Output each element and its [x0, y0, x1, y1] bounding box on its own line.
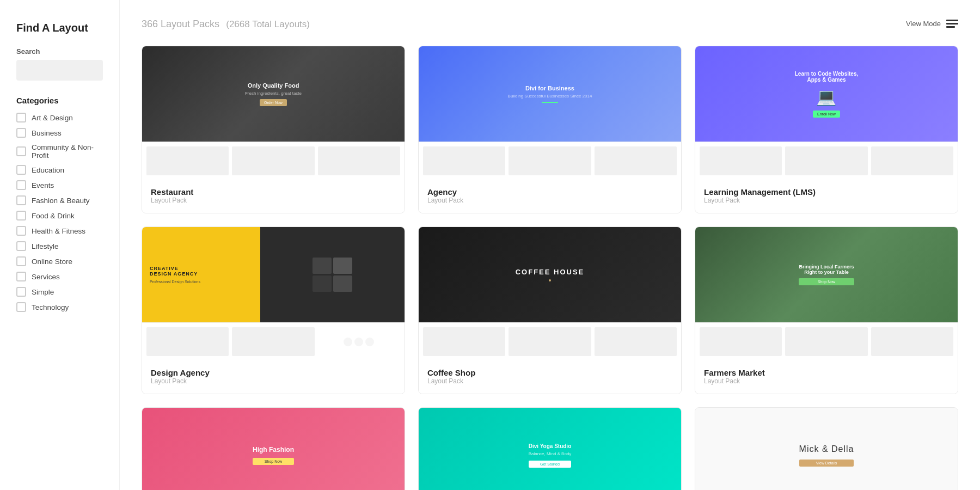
category-lifestyle[interactable]: Lifestyle	[16, 241, 103, 251]
category-art-design[interactable]: Art & Design	[16, 113, 103, 122]
category-events[interactable]: Events	[16, 180, 103, 190]
card-screenshot-strip-coffee-shop	[419, 322, 681, 360]
card-high-fashion[interactable]: High Fashion Shop Now High Fashion Layou…	[142, 407, 405, 490]
card-preview-design-agency: CreativeDesign Agency Professional Desig…	[142, 227, 405, 322]
card-name-design-agency: Design Agency	[151, 368, 396, 377]
category-food[interactable]: Food & Drink	[16, 211, 103, 220]
card-preview-restaurant: Only Quality Food Fresh ingredients, gre…	[142, 46, 405, 142]
layout-grid: Only Quality Food Fresh ingredients, gre…	[142, 46, 958, 490]
category-services[interactable]: Services	[16, 272, 103, 281]
category-health[interactable]: Health & Fitness	[16, 226, 103, 236]
category-technology[interactable]: Technology	[16, 302, 103, 312]
card-farmers-market[interactable]: Bringing Local FarmersRight to your Tabl…	[695, 226, 958, 394]
category-label-fashion: Fashion & Beauty	[32, 197, 90, 205]
category-checkbox-events[interactable]	[16, 180, 26, 190]
category-label-art-design: Art & Design	[32, 114, 73, 122]
search-input[interactable]	[16, 60, 103, 81]
card-info-restaurant: Restaurant Layout Pack	[142, 180, 405, 213]
category-checkbox-business[interactable]	[16, 128, 26, 138]
card-screenshot-strip-agency	[419, 142, 681, 180]
category-checkbox-technology[interactable]	[16, 302, 26, 312]
card-screenshot-strip-design-agency	[142, 322, 405, 360]
card-preview-coffee-shop: COFFEE HOUSE	[419, 227, 681, 322]
card-name-agency: Agency	[427, 187, 672, 197]
card-preview-high-fashion: High Fashion Shop Now	[142, 408, 405, 490]
category-simple[interactable]: Simple	[16, 287, 103, 297]
card-yoga-studio[interactable]: Divi Yoga Studio Balance, Mind & Body Ge…	[418, 407, 682, 490]
card-sub-lms: Layout Pack	[704, 197, 949, 204]
category-label-lifestyle: Lifestyle	[32, 242, 59, 250]
card-preview-mick-della: Mick & Della View Details	[695, 408, 958, 490]
view-mode-label: View Mode	[906, 20, 941, 28]
view-mode-area[interactable]: View Mode	[906, 19, 958, 28]
card-info-coffee-shop: Coffee Shop Layout Pack	[419, 360, 681, 394]
category-label-business: Business	[32, 129, 62, 137]
category-label-community: Community & Non-Profit	[32, 143, 103, 160]
card-screenshot-strip-restaurant	[142, 142, 405, 180]
layouts-count: (2668 Total Layouts)	[226, 19, 310, 29]
card-info-farmers-market: Farmers Market Layout Pack	[695, 360, 958, 394]
category-checkbox-online-store[interactable]	[16, 256, 26, 266]
main-header: 366 Layout Packs (2668 Total Layouts) Vi…	[142, 16, 958, 30]
category-label-online-store: Online Store	[32, 258, 72, 266]
search-label: Search	[16, 47, 103, 56]
card-info-design-agency: Design Agency Layout Pack	[142, 360, 405, 394]
category-checkbox-services[interactable]	[16, 272, 26, 281]
category-fashion[interactable]: Fashion & Beauty	[16, 195, 103, 205]
card-sub-design-agency: Layout Pack	[151, 377, 396, 385]
main-title: 366 Layout Packs (2668 Total Layouts)	[142, 16, 310, 30]
card-sub-restaurant: Layout Pack	[151, 197, 396, 204]
category-checkbox-community[interactable]	[16, 146, 26, 156]
card-sub-agency: Layout Pack	[427, 197, 672, 204]
category-label-health: Health & Fitness	[32, 227, 85, 235]
card-name-coffee-shop: Coffee Shop	[427, 368, 672, 377]
card-restaurant[interactable]: Only Quality Food Fresh ingredients, gre…	[142, 46, 405, 213]
category-label-food: Food & Drink	[32, 212, 75, 220]
card-preview-agency: Divi for Business Building Successful Bu…	[419, 46, 681, 142]
card-screenshot-strip-farmers-market	[695, 322, 958, 360]
main-content: 366 Layout Packs (2668 Total Layouts) Vi…	[120, 0, 980, 490]
category-checkbox-art-design[interactable]	[16, 113, 26, 122]
packs-count: 366 Layout Packs	[142, 19, 219, 29]
card-name-restaurant: Restaurant	[151, 187, 396, 197]
card-sub-farmers-market: Layout Pack	[704, 377, 949, 385]
category-label-education: Education	[32, 166, 64, 174]
card-info-lms: Learning Management (LMS) Layout Pack	[695, 180, 958, 213]
category-label-events: Events	[32, 181, 54, 189]
card-mick-della[interactable]: Mick & Della View Details Mick & Della L…	[695, 407, 958, 490]
card-preview-lms: Learn to Code Websites,Apps & Games 💻 En…	[695, 46, 958, 142]
card-name-lms: Learning Management (LMS)	[704, 187, 949, 197]
category-label-services: Services	[32, 273, 60, 281]
category-checkbox-lifestyle[interactable]	[16, 241, 26, 251]
view-mode-icon[interactable]	[946, 19, 958, 28]
card-design-agency[interactable]: CreativeDesign Agency Professional Desig…	[142, 226, 405, 394]
card-preview-farmers-market: Bringing Local FarmersRight to your Tabl…	[695, 227, 958, 322]
category-checkbox-food[interactable]	[16, 211, 26, 220]
sidebar: Find A Layout Search Categories Art & De…	[0, 0, 120, 490]
card-agency[interactable]: Divi for Business Building Successful Bu…	[418, 46, 682, 213]
category-checkbox-fashion[interactable]	[16, 195, 26, 205]
category-checkbox-simple[interactable]	[16, 287, 26, 297]
categories-label: Categories	[16, 96, 103, 105]
category-checkbox-health[interactable]	[16, 226, 26, 236]
sidebar-title: Find A Layout	[16, 22, 103, 34]
card-info-agency: Agency Layout Pack	[419, 180, 681, 213]
category-online-store[interactable]: Online Store	[16, 256, 103, 266]
category-education[interactable]: Education	[16, 165, 103, 175]
card-sub-coffee-shop: Layout Pack	[427, 377, 672, 385]
card-coffee-shop[interactable]: COFFEE HOUSE Coffee Shop Layout Pack	[418, 226, 682, 394]
category-label-simple: Simple	[32, 288, 54, 296]
categories-list: Art & Design Business Community & Non-Pr…	[16, 113, 103, 312]
category-business[interactable]: Business	[16, 128, 103, 138]
card-lms[interactable]: Learn to Code Websites,Apps & Games 💻 En…	[695, 46, 958, 213]
card-name-farmers-market: Farmers Market	[704, 368, 949, 377]
category-label-technology: Technology	[32, 303, 69, 311]
category-checkbox-education[interactable]	[16, 165, 26, 175]
card-preview-yoga-studio: Divi Yoga Studio Balance, Mind & Body Ge…	[419, 408, 681, 490]
category-community[interactable]: Community & Non-Profit	[16, 143, 103, 160]
card-screenshot-strip-lms	[695, 142, 958, 180]
